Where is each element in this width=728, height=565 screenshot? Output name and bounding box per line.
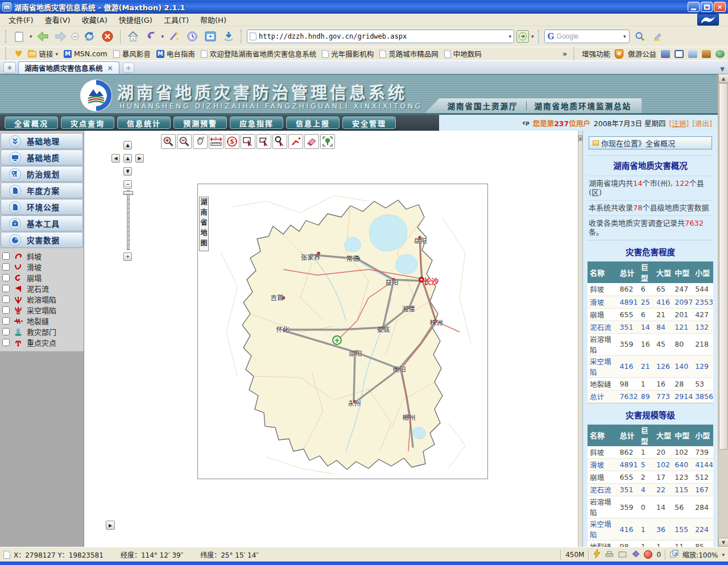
map-area[interactable]: ? S ▲ ◀ ▲ ▶ ▼ − + [84,131,578,547]
nav-forecast-warning[interactable]: 预测预警 [173,117,227,129]
history-clock-button[interactable] [184,28,200,44]
sidebar-item-disaster-data[interactable]: 灾害数据 [1,232,83,248]
nav-disaster-query[interactable]: 灾点查询 [61,117,114,129]
zoom-slider-thumb[interactable] [123,191,133,195]
window-tool-icon[interactable] [675,50,684,58]
menu-favorites[interactable]: 收藏(A) [77,13,113,26]
plugins-grip[interactable] [573,47,576,61]
refresh-button[interactable] [81,28,97,44]
map-slide-button[interactable]: ▶ [106,521,115,530]
draw-polyline-tool[interactable] [288,134,303,149]
new-window-icon[interactable] [618,550,628,559]
zoom-slider-track[interactable] [127,190,130,250]
stop-button[interactable] [100,28,115,44]
menu-help[interactable]: 帮助(H) [195,13,231,26]
nav-info-report[interactable]: 信息上报 [286,117,340,129]
zoom-minus-button[interactable]: − [123,180,132,189]
search-input[interactable] [557,32,622,40]
gps-position-marker[interactable]: + [332,335,342,345]
link-msn[interactable]: MMSN.com [64,49,107,58]
select-circle-tool[interactable] [272,134,287,149]
link-milu-city[interactable]: 觅路城市精品网 [379,48,439,59]
search-button[interactable] [632,28,648,44]
sidebar-item-basic-geography[interactable]: 基础地理 [1,133,83,149]
links-folder[interactable]: 链接▾ [28,48,58,59]
close-button[interactable]: × [714,2,726,12]
pen-tools-icon[interactable] [702,50,711,58]
magic-wand-button[interactable] [166,28,182,44]
scroll-thumb[interactable] [719,83,728,450]
toolbar-grip[interactable] [5,30,7,43]
history-dropdown-button[interactable] [71,28,79,44]
layer-checkbox-collapse[interactable] [2,274,10,281]
menu-view[interactable]: 查看(V) [40,13,76,26]
maximize-button[interactable] [701,2,713,12]
layer-checkbox-karst-collapse[interactable] [2,296,10,303]
scroll-up-button[interactable]: ▲ [718,74,728,83]
pan-center-button[interactable]: ▲ [123,154,132,163]
filter-pack-icon[interactable] [632,550,640,559]
page-scrollbar[interactable]: ▲ ▼ [718,74,728,547]
nav-emergency-command[interactable]: 应急指挥 [230,117,283,129]
zoom-plus-button[interactable]: + [123,252,132,261]
addressbar-grip[interactable] [241,30,243,43]
tab-star-button[interactable]: ★ [3,62,16,73]
notes-icon[interactable] [688,50,697,58]
new-page-button[interactable] [11,28,27,44]
search-dropdown-icon[interactable]: ▾ [623,34,626,39]
scroll-down-button[interactable]: ▼ [718,538,728,547]
link-hunan-geohazard[interactable]: 欢迎登陆湖南省地质灾害信息系统 [201,48,317,59]
search-grip[interactable] [538,30,540,43]
sidebar-item-basic-tools[interactable]: 基本工具 [1,215,83,231]
new-page-dropdown-icon[interactable]: ▾ [30,34,32,39]
window-list-button[interactable] [202,28,218,44]
go-dropdown-icon[interactable]: ▾ [531,34,534,39]
ad-blocked-icon[interactable] [644,550,652,559]
resize-page-icon[interactable] [670,550,679,559]
layer-checkbox-key-disaster-point[interactable] [2,339,10,346]
panel-scrollbar[interactable]: ▲ [578,131,582,547]
tab-close-icon[interactable]: × [107,64,113,72]
minimize-button[interactable] [688,2,700,12]
more-links-chevron[interactable]: » [562,49,567,58]
layer-checkbox-mining-collapse[interactable] [2,306,10,314]
zoom-in-tool[interactable] [161,134,176,149]
sidebar-item-annual-plan[interactable]: 年度方案 [1,182,83,198]
highlight-button[interactable] [650,28,666,44]
link-radio-guide[interactable]: M电台指南 [156,48,195,59]
home-button[interactable] [125,28,141,44]
measure-area-tool[interactable]: S [225,134,239,149]
sidebar-item-prevention-planning[interactable]: 防治规划 [1,166,83,182]
enhance-features-link[interactable]: 增强功能 [582,48,610,59]
org-land-resources-link[interactable]: 湖南省国土资源厅 [448,100,518,111]
zoom-dropdown-icon[interactable]: ▾ [722,552,725,558]
layer-checkbox-rescue-department[interactable] [2,328,10,335]
linksbar-grip[interactable] [5,47,7,61]
maxthon-charity-link[interactable]: 傲游公益 [628,48,656,59]
sidebar-item-environment-bulletin[interactable]: 环境公报 [1,199,83,215]
eraser-tool[interactable] [304,134,319,149]
go-button[interactable] [516,30,529,43]
link-guangnian-photo[interactable]: 光年摄影机构 [322,48,374,59]
org-geo-monitor-link[interactable]: 湖南省地质环境监测总站 [535,100,632,111]
nav-province-overview[interactable]: 全省概况 [5,117,58,129]
link-baofeng[interactable]: 暴风影音 [113,48,151,59]
nav-info-statistics[interactable]: 信息统计 [117,117,171,129]
layer-checkbox-landslide[interactable] [2,263,10,271]
proxy-icon[interactable] [605,550,614,559]
map-canvas[interactable]: 湖南省地图 张家界 常德 岳阳 益阳 长沙 吉首 湘潭 株洲 娄底 怀化 邵阳 … [197,184,488,479]
address-input[interactable] [259,32,506,40]
back-button[interactable] [35,28,51,44]
undo-dropdown-icon[interactable]: ▾ [162,34,164,39]
active-tab[interactable]: 湖南省地质灾害信息系统 × [18,61,119,74]
menu-file[interactable]: 文件(F) [3,13,39,26]
menu-tools[interactable]: 工具(T) [159,13,194,26]
screen-capture-icon[interactable] [661,50,670,58]
new-tab-button[interactable]: + [123,63,134,73]
pan-down-button[interactable]: ▼ [123,167,132,176]
select-rectangle-tool[interactable] [241,134,255,149]
undo-button[interactable] [143,28,159,44]
sidebar-item-basic-geology[interactable]: 基础地质 [1,149,83,165]
full-extent-tool[interactable] [320,134,335,149]
forward-button[interactable] [53,28,69,44]
